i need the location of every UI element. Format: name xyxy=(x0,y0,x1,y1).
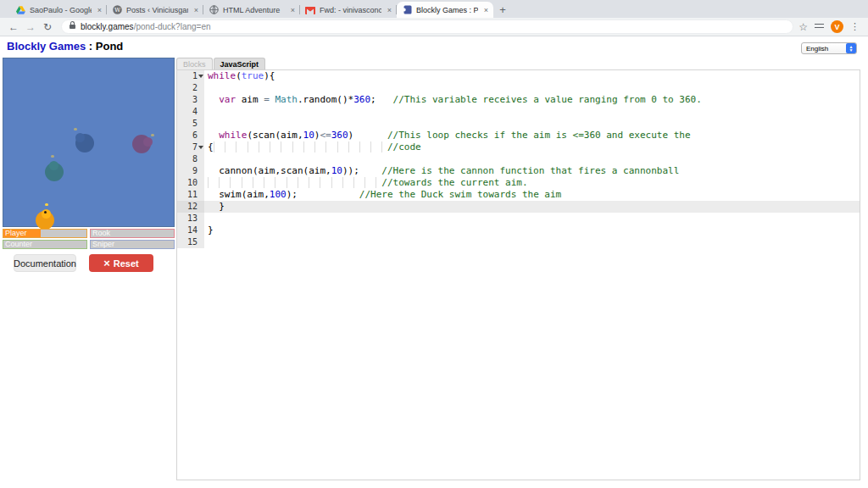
tab-close-icon[interactable]: × xyxy=(96,6,102,14)
browser-tab[interactable]: Blockly Games : Pond× xyxy=(397,2,493,18)
code-line: 11 swim(aim,100); //Here the Duck swim t… xyxy=(177,189,860,201)
code-token: //This loop checks if the aim is <=360 a… xyxy=(387,130,691,141)
player-name: Counter xyxy=(3,241,86,248)
code-line-content xyxy=(204,82,860,94)
player-health-bar: Counter xyxy=(3,240,87,249)
code-token: <= xyxy=(320,130,331,141)
code-line-content: cannon(aim,scan(aim,10)); //Here is the … xyxy=(204,165,860,177)
line-number: 5 xyxy=(177,118,204,130)
tab-title: Posts ‹ Viniciusgamedesignblo xyxy=(126,6,188,14)
line-number: 7 xyxy=(177,141,204,153)
back-icon[interactable]: ← xyxy=(5,21,22,33)
browser-menu-icon[interactable]: ⋮ xyxy=(850,21,860,32)
svg-text:W: W xyxy=(114,7,120,14)
line-number: 15 xyxy=(177,236,204,248)
code-line-content xyxy=(204,153,860,165)
reset-label: Reset xyxy=(114,258,139,269)
code-line: 12 } xyxy=(177,201,860,213)
code-line-content: while(scan(aim,10)<=360) //This loop che… xyxy=(204,130,860,141)
fold-marker[interactable] xyxy=(198,146,203,149)
drive-icon xyxy=(15,5,25,15)
browser-tab[interactable]: WPosts ‹ Viniciusgamedesignblo× xyxy=(107,2,203,18)
code-token: //code xyxy=(387,141,421,152)
url-host: blockly.games xyxy=(81,22,134,31)
select-stepper-icon: ▲▼ xyxy=(846,43,856,53)
reading-list-icon[interactable] xyxy=(815,23,824,30)
code-token xyxy=(208,94,219,105)
code-line: 4 xyxy=(177,106,860,118)
blockly-games-link[interactable]: Blockly Games xyxy=(7,40,86,53)
line-number: 4 xyxy=(177,106,204,118)
line-number: 13 xyxy=(177,213,204,225)
line-number: 2 xyxy=(177,82,204,94)
reload-icon[interactable]: ↻ xyxy=(39,21,56,33)
duck xyxy=(45,163,64,181)
tab-blocks[interactable]: Blocks xyxy=(176,58,213,69)
forward-icon[interactable]: → xyxy=(22,21,39,33)
browser-tab[interactable]: SaoPaulo - Google Drive× xyxy=(10,2,107,18)
code-token: //This variable receives a value ranging… xyxy=(393,94,702,105)
browser-tab[interactable]: Fwd: - vinivasconcelosmoura@× xyxy=(300,2,397,18)
language-select[interactable]: English ▲▼ xyxy=(801,42,857,54)
line-number: 8 xyxy=(177,153,204,165)
code-token: Math xyxy=(275,94,298,105)
duck xyxy=(132,135,151,153)
code-token: ) xyxy=(348,130,387,141)
code-token: = xyxy=(264,94,270,105)
duck-eye xyxy=(44,211,47,214)
player-name: Rook xyxy=(91,230,174,237)
code-line-content: var aim = Math.random()*360; //This vari… xyxy=(204,94,860,106)
code-token: } xyxy=(208,201,225,212)
profile-avatar[interactable]: V xyxy=(831,20,843,33)
duck-beak xyxy=(74,128,77,130)
duck xyxy=(36,211,54,230)
tab-title: Fwd: - vinivasconcelosmoura@ xyxy=(320,6,381,14)
code-token: )); xyxy=(342,165,381,176)
code-token: ); xyxy=(287,189,359,200)
code-line: 13 xyxy=(177,213,860,225)
documentation-button[interactable]: Documentation xyxy=(14,254,76,272)
fold-marker[interactable] xyxy=(198,75,203,78)
tab-close-icon[interactable]: × xyxy=(482,6,488,14)
tab-javascript[interactable]: JavaScript xyxy=(214,58,266,69)
code-token: 100 xyxy=(270,189,287,200)
code-line: 1while(true){ xyxy=(177,70,860,82)
globe-icon xyxy=(209,5,219,15)
code-token: cannon(aim,scan(aim, xyxy=(208,165,331,176)
tab-close-icon[interactable]: × xyxy=(289,6,295,14)
duck-head xyxy=(49,161,58,170)
code-line-content: swim(aim,100); //Here the Duck swim towa… xyxy=(204,189,860,201)
code-token: 10 xyxy=(303,130,314,141)
tab-close-icon[interactable]: × xyxy=(386,6,392,14)
tab-title: SaoPaulo - Google Drive xyxy=(30,6,92,14)
code-line-content: //towards the current aim. xyxy=(204,177,860,189)
duck-head xyxy=(143,137,153,147)
address-bar[interactable]: blockly.games /pond-duck?lang=en xyxy=(61,19,793,34)
code-token: 360 xyxy=(353,94,370,105)
code-line: 8 xyxy=(177,153,860,165)
code-line-content xyxy=(204,213,860,225)
wordpress-icon: W xyxy=(112,5,122,15)
bookmark-star-icon[interactable]: ☆ xyxy=(798,21,808,33)
code-token: 10 xyxy=(331,165,342,176)
lock-icon xyxy=(70,25,75,29)
code-token xyxy=(208,130,219,141)
code-token: //towards the current aim. xyxy=(381,177,527,188)
duck-beak xyxy=(45,203,48,206)
code-editor[interactable]: 1while(true){23 var aim = Math.random()*… xyxy=(176,69,860,480)
code-line-content: { //code xyxy=(204,141,860,153)
reset-button[interactable]: × Reset xyxy=(89,254,153,272)
browser-tab[interactable]: HTML Adventure× xyxy=(203,2,300,18)
new-tab-button[interactable]: + xyxy=(493,2,512,18)
code-line-content: } xyxy=(204,201,860,213)
code-token: swim(aim, xyxy=(208,189,270,200)
tab-close-icon[interactable]: × xyxy=(192,6,198,14)
language-value: English xyxy=(802,45,846,53)
player-name: Player xyxy=(3,230,86,237)
code-line: 3 var aim = Math.random()*360; //This va… xyxy=(177,94,860,106)
duck-head xyxy=(75,133,85,142)
code-line: 15 xyxy=(177,236,860,248)
code-line: 2 xyxy=(177,82,860,94)
code-token: while xyxy=(219,130,247,141)
code-line: 14} xyxy=(177,225,860,236)
